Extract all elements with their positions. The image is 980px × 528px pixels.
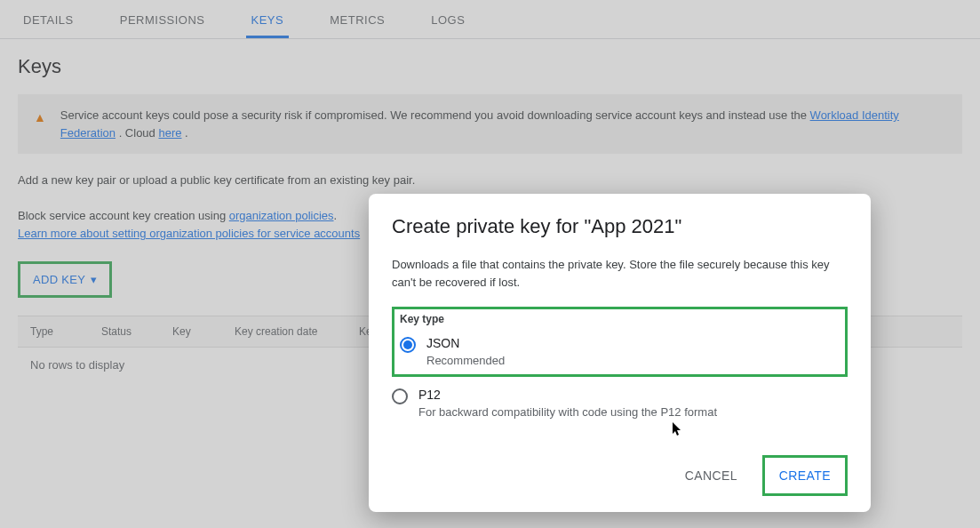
radio-json-sub: Recommended — [426, 354, 505, 367]
radio-p12-input[interactable] — [392, 388, 408, 404]
modal-actions: CANCEL CREATE — [392, 455, 848, 496]
create-button[interactable]: CREATE — [767, 460, 843, 492]
radio-p12[interactable]: P12 For backward compatibility with code… — [392, 386, 848, 422]
modal-title: Create private key for "App 2021" — [392, 215, 848, 238]
keytype-label: Key type — [400, 313, 840, 325]
create-button-highlight: CREATE — [762, 455, 848, 496]
create-key-modal: Create private key for "App 2021" Downlo… — [369, 194, 871, 512]
radio-json-input[interactable] — [400, 337, 416, 353]
radio-json[interactable]: JSON Recommended — [400, 334, 840, 371]
modal-description: Downloads a file that contains the priva… — [392, 256, 848, 291]
cursor-icon — [673, 422, 683, 439]
radio-p12-sub: For backward compatibility with code usi… — [418, 405, 717, 419]
cancel-button[interactable]: CANCEL — [673, 460, 750, 492]
radio-json-label: JSON — [426, 336, 505, 350]
radio-p12-label: P12 — [418, 388, 717, 402]
json-option-highlight: Key type JSON Recommended — [392, 307, 848, 377]
